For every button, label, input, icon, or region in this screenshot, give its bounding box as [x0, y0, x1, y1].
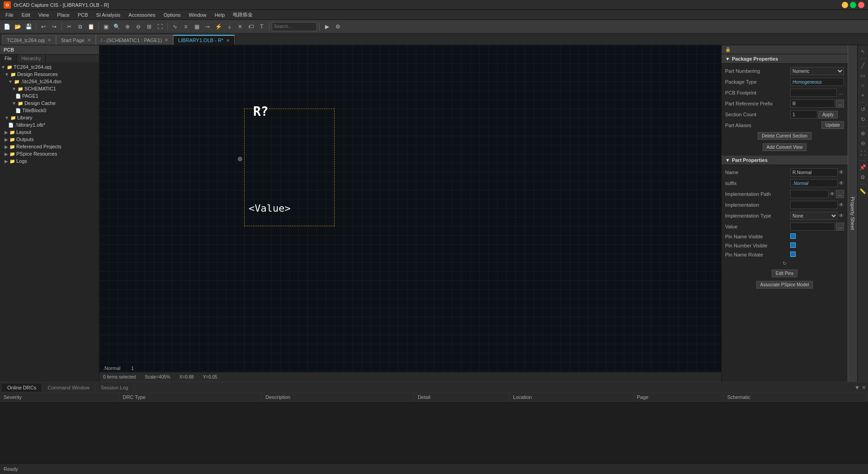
- impl-visibility-btn[interactable]: 👁: [839, 202, 844, 208]
- place-ground-btn[interactable]: ⏚: [224, 22, 234, 32]
- tree-root[interactable]: ▼ 📁 TC264_tc264.opj: [1, 63, 98, 71]
- col-description[interactable]: Description: [262, 393, 414, 402]
- tree-layout[interactable]: ▶ 📁 Layout: [1, 128, 98, 136]
- delete-current-section-button[interactable]: Delete Current Section: [758, 132, 811, 140]
- rt-ruler-btn[interactable]: 📏: [859, 187, 868, 196]
- impl-path-input[interactable]: [790, 190, 829, 198]
- canvas-area[interactable]: R? ⊕ <Value> .Normal 1 0 items selected …: [99, 45, 721, 382]
- menu-si-analysis[interactable]: SI Analysis: [93, 11, 124, 19]
- col-drc-type[interactable]: DRC Type: [119, 393, 262, 402]
- menu-accessories[interactable]: Accessories: [125, 11, 159, 19]
- add-convert-view-button[interactable]: Add Convert View: [763, 143, 807, 151]
- menu-window[interactable]: Window: [185, 11, 210, 19]
- impl-type-visibility-btn[interactable]: 👁: [839, 213, 844, 219]
- pcb-footprint-browse-btn[interactable]: ...: [838, 89, 844, 97]
- place-power-btn[interactable]: ⚡: [213, 22, 223, 32]
- rt-pin-btn[interactable]: 📌: [859, 163, 868, 172]
- tree-referenced-projects[interactable]: ▶ 📁 Referenced Projects: [1, 143, 98, 150]
- rt-box-btn[interactable]: ▭: [859, 71, 868, 80]
- menu-help[interactable]: Help: [211, 11, 229, 19]
- col-detail[interactable]: Detail: [414, 393, 509, 402]
- rt-redo-btn[interactable]: ↻: [859, 115, 868, 124]
- update-button[interactable]: Update: [821, 121, 844, 129]
- bottom-close-btn[interactable]: ✕: [862, 384, 866, 391]
- part-numbering-select[interactable]: Numeric: [790, 67, 844, 75]
- pin-number-visible-checkbox[interactable]: [790, 242, 796, 248]
- save-btn[interactable]: 💾: [24, 22, 33, 32]
- bus-btn[interactable]: ≡: [181, 22, 191, 32]
- suffix-visibility-btn[interactable]: 👁: [839, 180, 844, 186]
- right-panel-lock-icon[interactable]: 🔒: [725, 47, 731, 52]
- part-properties-header[interactable]: ▼ Part Properties: [722, 156, 848, 165]
- simulate-btn[interactable]: ⚙: [333, 22, 343, 32]
- wire-btn[interactable]: ∿: [170, 22, 180, 32]
- tab-schematic[interactable]: / - (SCHEMATIC1 : PAGE1) ✕: [96, 35, 173, 45]
- tree-outputs[interactable]: ▶ 📁 Outputs: [1, 136, 98, 143]
- tree-design-cache[interactable]: ▼ 📁 Design Cache: [1, 100, 98, 107]
- place-label-btn[interactable]: 🏷: [246, 22, 256, 32]
- new-btn[interactable]: 📄: [2, 22, 12, 32]
- tab-start-page[interactable]: Start Page ✕: [56, 35, 96, 45]
- minimize-button[interactable]: [842, 2, 848, 8]
- col-schematic[interactable]: Schematic: [723, 393, 868, 402]
- select-box-btn[interactable]: ▣: [101, 22, 111, 32]
- apply-button[interactable]: Apply: [818, 111, 838, 118]
- open-btn[interactable]: 📂: [13, 22, 23, 32]
- col-severity[interactable]: Severity: [0, 393, 119, 402]
- tree-pspice[interactable]: ▶ 📁 PSpice Resources: [1, 150, 98, 157]
- rt-add-btn[interactable]: +: [859, 91, 868, 100]
- impl-input[interactable]: [790, 201, 838, 209]
- rt-zoom-fit-btn[interactable]: ⛶: [859, 149, 868, 158]
- rt-zoom-in-btn[interactable]: ⊕: [859, 129, 868, 138]
- close-button[interactable]: [858, 2, 864, 8]
- package-type-input[interactable]: [790, 78, 844, 86]
- menu-options[interactable]: Options: [160, 11, 184, 19]
- panel-tab-hierarchy[interactable]: Hierarchy: [17, 55, 46, 62]
- search-input[interactable]: [272, 22, 317, 31]
- paste-btn[interactable]: 📋: [86, 22, 96, 32]
- pin-name-visible-checkbox[interactable]: [790, 233, 796, 239]
- col-location[interactable]: Location: [509, 393, 633, 402]
- tree-titleblock[interactable]: 📄 TitleBlock0: [1, 107, 98, 114]
- value-browse-btn[interactable]: ...: [836, 223, 844, 231]
- zoom-area-btn[interactable]: ⊞: [144, 22, 154, 32]
- tab-tc264-close[interactable]: ✕: [47, 38, 51, 43]
- tree-area[interactable]: ▼ 📁 TC264_tc264.opj ▼ 📁 Design Resources…: [0, 62, 99, 382]
- tree-design-resources[interactable]: ▼ 📁 Design Resources: [1, 71, 98, 78]
- place-part-btn[interactable]: ▦: [192, 22, 202, 32]
- run-btn[interactable]: ▶: [322, 22, 332, 32]
- menu-pcb[interactable]: PCB: [74, 11, 92, 19]
- impl-path-visibility-btn[interactable]: 👁: [830, 191, 835, 197]
- panel-tab-file[interactable]: File: [0, 55, 17, 62]
- maximize-button[interactable]: [850, 2, 856, 8]
- tree-page1[interactable]: 📄 PAGE1: [1, 92, 98, 100]
- impl-path-browse-btn[interactable]: ...: [836, 190, 844, 198]
- tree-library[interactable]: ▼ 📁 Library: [1, 114, 98, 121]
- tab-online-drcs[interactable]: Online DRCs: [2, 384, 42, 392]
- tree-schematic1[interactable]: ▼ 📁 SCHEMATIC1: [1, 85, 98, 92]
- tab-start-close[interactable]: ✕: [87, 38, 91, 43]
- bottom-minimize-btn[interactable]: ▼: [854, 384, 860, 391]
- tab-tc264[interactable]: TC264_tc264.opj ✕: [2, 35, 56, 45]
- name-input[interactable]: [790, 168, 838, 176]
- pcb-footprint-input[interactable]: [790, 89, 837, 97]
- undo-btn[interactable]: ↩: [38, 22, 48, 32]
- edit-pins-button[interactable]: Edit Pins: [772, 270, 797, 277]
- tab-library[interactable]: LIBRARY1.OLB - R* ✕: [173, 35, 235, 45]
- place-text-btn[interactable]: T: [257, 22, 267, 32]
- cut-btn[interactable]: ✂: [64, 22, 74, 32]
- pin-name-rotate-checkbox[interactable]: [790, 251, 796, 257]
- value-input[interactable]: [790, 223, 835, 231]
- menu-edit[interactable]: Edit: [18, 11, 34, 19]
- tab-session-log[interactable]: Session Log: [95, 384, 134, 392]
- zoom-btn[interactable]: 🔍: [112, 22, 122, 32]
- zoom-out-btn[interactable]: ⊖: [133, 22, 143, 32]
- part-ref-prefix-browse-btn[interactable]: ...: [836, 100, 844, 108]
- menu-file[interactable]: File: [2, 11, 17, 19]
- tab-library-close[interactable]: ✕: [226, 38, 230, 43]
- copy-btn[interactable]: ⧉: [75, 22, 85, 32]
- impl-type-select[interactable]: None: [790, 212, 838, 220]
- package-properties-header[interactable]: ▼ Package Properties: [722, 54, 848, 64]
- tab-command-window[interactable]: Command Window: [42, 384, 95, 392]
- rt-zoom-out-btn[interactable]: ⊖: [859, 139, 868, 148]
